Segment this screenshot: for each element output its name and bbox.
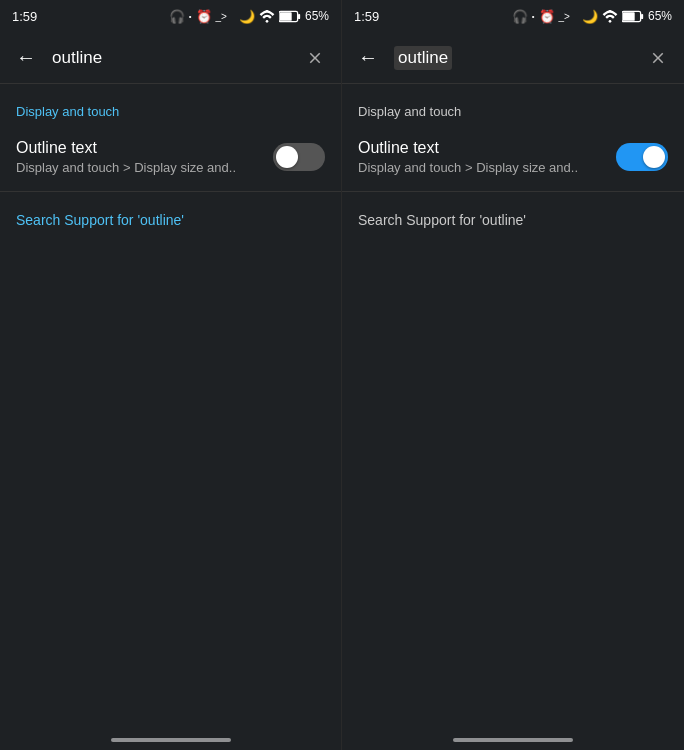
section-header-right: Display and touch bbox=[342, 92, 684, 127]
moon-icon-left: 🌙 bbox=[239, 9, 255, 24]
moon-icon-right: 🌙 bbox=[582, 9, 598, 24]
home-indicator-left bbox=[111, 738, 231, 742]
outline-toggle-left[interactable] bbox=[273, 143, 325, 171]
settings-item-text-right: Outline text Display and touch > Display… bbox=[358, 139, 616, 175]
outline-toggle-right[interactable] bbox=[616, 143, 668, 171]
search-bar-left: ← outline bbox=[0, 32, 341, 84]
svg-rect-6 bbox=[641, 13, 643, 18]
content-left: Display and touch Outline text Display a… bbox=[0, 84, 341, 750]
alarm-icon-left: ⏰ bbox=[196, 9, 212, 24]
outline-text-title-left: Outline text bbox=[16, 139, 273, 157]
alarm-icon-right: ⏰ bbox=[539, 9, 555, 24]
outline-text-subtitle-left: Display and touch > Display size and.. bbox=[16, 160, 273, 175]
settings-item-left[interactable]: Outline text Display and touch > Display… bbox=[0, 127, 341, 187]
clear-button-right[interactable] bbox=[640, 40, 676, 76]
content-right: Display and touch Outline text Display a… bbox=[342, 84, 684, 750]
divider-right bbox=[342, 191, 684, 192]
search-query-right: outline bbox=[394, 46, 452, 70]
battery-icon-left bbox=[279, 10, 301, 23]
battery-text-left: 65% bbox=[305, 9, 329, 23]
headset-icon-right: 🎧 bbox=[512, 9, 528, 24]
svg-rect-7 bbox=[623, 12, 635, 20]
section-header-left: Display and touch bbox=[0, 92, 341, 127]
toggle-thumb-right bbox=[643, 146, 665, 168]
terminal-icon-left: _> bbox=[216, 11, 227, 22]
wifi-icon-left bbox=[259, 9, 275, 23]
status-icons-right: 🎧 • ⏰ _> 🌙 65% bbox=[512, 9, 672, 24]
settings-item-text-left: Outline text Display and touch > Display… bbox=[16, 139, 273, 175]
search-support-left[interactable]: Search Support for 'outline' bbox=[0, 196, 341, 244]
search-input-right[interactable]: outline bbox=[394, 46, 632, 70]
search-query-left: outline bbox=[52, 48, 102, 68]
svg-rect-2 bbox=[298, 13, 300, 18]
clear-icon-left bbox=[306, 49, 324, 67]
status-time-left: 1:59 bbox=[12, 9, 37, 24]
wifi-icon-right bbox=[602, 9, 618, 23]
svg-point-4 bbox=[609, 20, 612, 23]
back-arrow-icon-left: ← bbox=[16, 46, 36, 69]
back-arrow-icon-right: ← bbox=[358, 46, 378, 69]
terminal-icon-right: _> bbox=[559, 11, 570, 22]
divider-left bbox=[0, 191, 341, 192]
clear-icon-right bbox=[649, 49, 667, 67]
status-icons-left: 🎧 • ⏰ _> 🌙 65% bbox=[169, 9, 329, 24]
settings-item-right[interactable]: Outline text Display and touch > Display… bbox=[342, 127, 684, 187]
dot-icon-right: • bbox=[532, 12, 535, 21]
status-bar-left: 1:59 🎧 • ⏰ _> 🌙 65% bbox=[0, 0, 341, 32]
search-support-right[interactable]: Search Support for 'outline' bbox=[342, 196, 684, 244]
search-bar-right: ← outline bbox=[342, 32, 684, 84]
headset-icon-left: 🎧 bbox=[169, 9, 185, 24]
right-panel: 1:59 🎧 • ⏰ _> 🌙 65% ← outl bbox=[342, 0, 684, 750]
svg-rect-3 bbox=[280, 12, 292, 20]
back-button-right[interactable]: ← bbox=[350, 40, 386, 76]
dot-icon-left: • bbox=[189, 12, 192, 21]
status-time-right: 1:59 bbox=[354, 9, 379, 24]
svg-point-0 bbox=[266, 20, 269, 23]
status-bar-right: 1:59 🎧 • ⏰ _> 🌙 65% bbox=[342, 0, 684, 32]
toggle-thumb-left bbox=[276, 146, 298, 168]
outline-text-title-right: Outline text bbox=[358, 139, 616, 157]
battery-text-right: 65% bbox=[648, 9, 672, 23]
home-indicator-right bbox=[453, 738, 573, 742]
clear-button-left[interactable] bbox=[297, 40, 333, 76]
left-panel: 1:59 🎧 • ⏰ _> 🌙 65% ← bbox=[0, 0, 342, 750]
back-button-left[interactable]: ← bbox=[8, 40, 44, 76]
search-input-left[interactable]: outline bbox=[52, 48, 289, 68]
outline-text-subtitle-right: Display and touch > Display size and.. bbox=[358, 160, 616, 175]
battery-icon-right bbox=[622, 10, 644, 23]
